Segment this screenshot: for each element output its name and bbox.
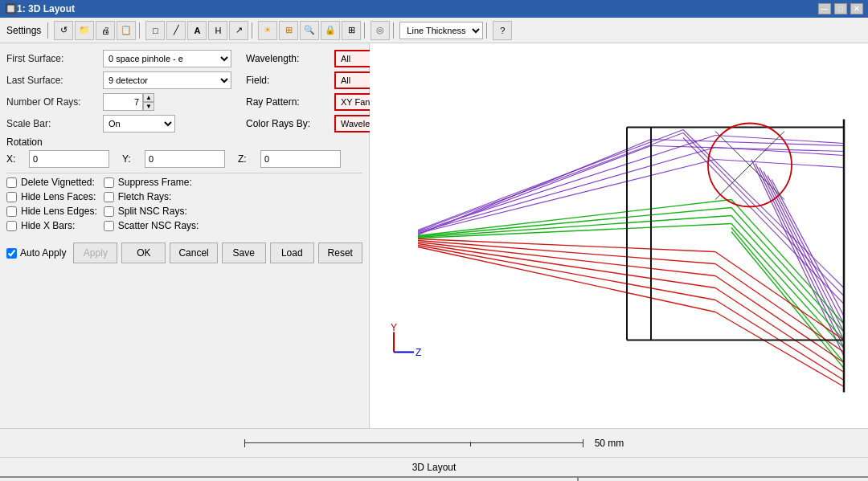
num-rays-down[interactable]: ▼ — [143, 102, 154, 111]
divider — [6, 173, 362, 173]
hide-x-bars-checkbox[interactable] — [6, 221, 17, 231]
line-thickness-dropdown[interactable]: Line Thickness — [399, 22, 483, 39]
separator-2 — [139, 22, 142, 39]
refresh-button[interactable]: ↺ — [54, 21, 73, 40]
copy-button[interactable]: 📋 — [117, 21, 136, 40]
window-title: 1: 3D Layout — [17, 3, 75, 14]
hide-x-bars-label: Hide X Bars: — [21, 220, 75, 231]
suppress-frame-label: Suppress Frame: — [118, 177, 192, 188]
text-tool[interactable]: A — [187, 21, 207, 40]
lock-button[interactable]: 🔒 — [321, 21, 340, 40]
title-bar: 🔲 1: 3D Layout — □ ✕ — [0, 0, 868, 18]
line-tool[interactable]: ╱ — [166, 21, 186, 40]
scatter-nsc-checkbox[interactable] — [104, 221, 114, 231]
settings-panel: First Surface: 0 space pinhole - e Last … — [0, 43, 370, 428]
num-rays-up[interactable]: ▲ — [143, 93, 154, 102]
help-button[interactable]: ? — [493, 21, 512, 40]
last-surface-label: Last Surface: — [6, 75, 103, 86]
save-button[interactable]: Save — [222, 243, 266, 263]
close-button[interactable]: ✕ — [850, 3, 863, 14]
fletch-rays-checkbox[interactable] — [104, 192, 114, 202]
pattern-tool[interactable]: ⊞ — [279, 21, 298, 40]
open-button[interactable]: 📁 — [75, 21, 94, 40]
ok-button[interactable]: OK — [121, 243, 166, 263]
bottom-info: 2020-02-04 Zemax Zemax OpticStudio 20.1 … — [0, 476, 868, 481]
maximize-button[interactable]: □ — [834, 3, 847, 14]
separator-1 — [47, 22, 51, 39]
first-surface-label: First Surface: — [6, 53, 103, 64]
auto-apply-label: Auto Apply — [20, 247, 66, 259]
separator-6 — [486, 22, 489, 39]
apply-button[interactable]: Apply — [73, 243, 117, 263]
hide-lens-faces-checkbox[interactable] — [6, 192, 17, 202]
num-rays-label: Number Of Rays: — [6, 96, 103, 108]
separator-3 — [252, 22, 255, 39]
color-rays-label: Color Rays By: — [246, 118, 334, 129]
hide-lens-edges-checkbox[interactable] — [6, 206, 17, 217]
delete-vignetted-checkbox[interactable] — [6, 177, 17, 188]
rotation-x-input[interactable] — [29, 150, 109, 168]
scatter-nsc-label: Scatter NSC Rays: — [118, 220, 199, 231]
num-rays-input[interactable] — [103, 93, 143, 111]
rotation-y-input[interactable] — [145, 150, 225, 168]
grid-button[interactable]: ⊞ — [342, 21, 361, 40]
minimize-button[interactable]: — — [818, 3, 831, 14]
reset-button[interactable]: Reset — [318, 243, 362, 263]
bottom-date: 2020-02-04 — [0, 478, 579, 481]
rotation-y-label: Y: — [122, 153, 138, 165]
delete-vignetted-label: Delete Vignetted: — [21, 177, 95, 188]
separator-4 — [364, 22, 367, 39]
scale-bar-row: 50 mm — [0, 428, 868, 457]
cancel-button[interactable]: Cancel — [170, 243, 217, 263]
hide-lens-faces-label: Hide Lens Faces: — [21, 191, 96, 202]
sun-tool[interactable]: ☀ — [258, 21, 277, 40]
window-icon: 🔲 — [5, 3, 17, 14]
settings-menu[interactable]: Settings — [3, 25, 44, 36]
scale-line — [244, 439, 583, 447]
rotation-z-label: Z: — [238, 153, 254, 165]
split-nsc-label: Split NSC Rays: — [118, 206, 187, 217]
rectangle-tool[interactable]: □ — [145, 21, 165, 40]
line-h-tool[interactable]: H — [208, 21, 227, 40]
auto-apply-checkbox[interactable] — [6, 248, 17, 259]
rotation-label: Rotation — [6, 137, 362, 148]
ray-pattern-label: Ray Pattern: — [246, 96, 334, 108]
zoom-button[interactable]: 🔍 — [300, 21, 319, 40]
layout-canvas[interactable]: Z Y — [370, 43, 868, 428]
circle-button[interactable]: ◎ — [371, 21, 390, 40]
last-surface-select[interactable]: 9 detector — [103, 71, 231, 89]
scale-tick-right — [583, 439, 583, 447]
separator-5 — [393, 22, 396, 39]
layout-label: 3D Layout — [0, 457, 868, 476]
wavelength-label: Wavelength: — [246, 53, 334, 64]
scale-bar-label: Scale Bar: — [6, 118, 103, 129]
arrow-tool[interactable]: ↗ — [229, 21, 248, 40]
split-nsc-checkbox[interactable] — [104, 206, 114, 217]
layout-svg: Z Y — [370, 43, 868, 428]
rotation-x-label: X: — [6, 153, 23, 165]
first-surface-select[interactable]: 0 space pinhole - e — [103, 50, 231, 67]
scale-bar-select[interactable]: On Off — [103, 115, 175, 132]
suppress-frame-checkbox[interactable] — [104, 177, 114, 188]
hide-lens-edges-label: Hide Lens Edges: — [21, 206, 97, 217]
toolbar: Settings ↺ 📁 🖨 📋 □ ╱ A H ↗ ☀ ⊞ 🔍 🔒 ⊞ ◎ L… — [0, 18, 868, 43]
svg-text:Y: Y — [391, 322, 397, 333]
rotation-z-input[interactable] — [260, 150, 341, 168]
load-button[interactable]: Load — [270, 243, 314, 263]
field-label: Field: — [246, 75, 334, 86]
bottom-branding: Zemax Zemax OpticStudio 20.1 LENS.ZMX Co… — [579, 478, 868, 481]
print-button[interactable]: 🖨 — [96, 21, 115, 40]
svg-text:Z: Z — [416, 347, 421, 358]
fletch-rays-label: Fletch Rays: — [118, 191, 172, 202]
scale-distance: 50 mm — [595, 438, 624, 449]
